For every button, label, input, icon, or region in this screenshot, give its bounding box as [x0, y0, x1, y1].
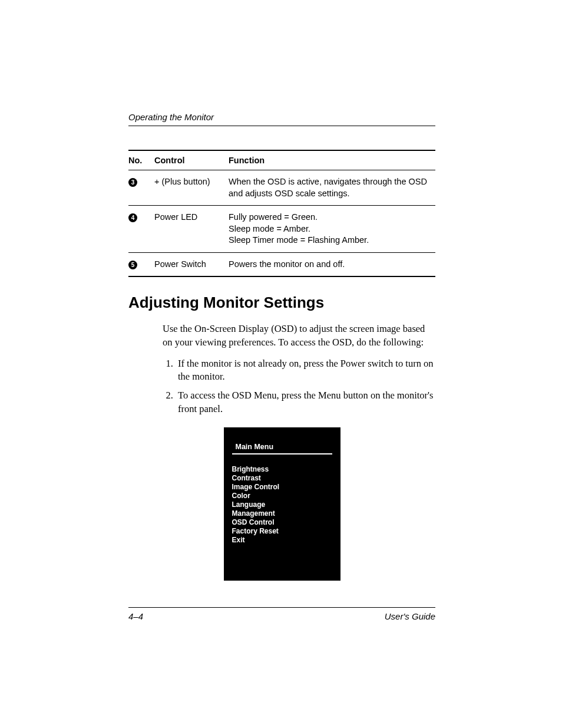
steps-list: If the monitor is not already on, press …	[176, 357, 435, 416]
osd-item: Exit	[232, 536, 332, 545]
osd-item: Language	[232, 500, 332, 509]
osd-screenshot: Main Menu Brightness Contrast Image Cont…	[224, 427, 340, 581]
osd-item: OSD Control	[232, 518, 332, 527]
step-item: If the monitor is not already on, press …	[176, 357, 435, 384]
table-row: 5 Power Switch Powers the monitor on and…	[128, 252, 435, 276]
page-content: Operating the Monitor No. Control Functi…	[0, 0, 562, 581]
row-number-icon: 5	[128, 261, 137, 269]
doc-title: User's Guide	[385, 611, 435, 621]
function-cell: Fully powered = Green. Sleep mode = Ambe…	[229, 206, 435, 253]
osd-item: Factory Reset	[232, 527, 332, 536]
col-header-control: Control	[154, 150, 229, 170]
osd-item: Brightness	[232, 465, 332, 474]
intro-paragraph: Use the On-Screen Display (OSD) to adjus…	[163, 322, 435, 349]
function-cell: Powers the monitor on and off.	[229, 252, 435, 276]
page-number: 4–4	[128, 611, 143, 621]
col-header-function: Function	[229, 150, 435, 170]
osd-item: Color	[232, 492, 332, 500]
osd-item: Image Control	[232, 483, 332, 492]
control-cell: Power Switch	[154, 252, 229, 276]
running-head: Operating the Monitor	[128, 112, 435, 126]
section-heading: Adjusting Monitor Settings	[128, 294, 435, 312]
page-footer: 4–4 User's Guide	[128, 607, 435, 621]
col-header-no: No.	[128, 150, 154, 170]
control-cell: + (Plus button)	[154, 170, 229, 206]
intro-text: Use the On-Screen Display (OSD) to adjus…	[163, 322, 435, 349]
osd-menu-items: Brightness Contrast Image Control Color …	[232, 465, 332, 545]
row-number-icon: 4	[128, 213, 137, 222]
table-row: 3 + (Plus button) When the OSD is active…	[128, 170, 435, 206]
function-cell: When the OSD is active, navigates throug…	[229, 170, 435, 206]
table-row: 4 Power LED Fully powered = Green. Sleep…	[128, 206, 435, 253]
osd-title: Main Menu	[232, 443, 332, 453]
step-item: To access the OSD Menu, press the Menu b…	[176, 389, 435, 416]
osd-item: Management	[232, 509, 332, 518]
row-number-icon: 3	[128, 178, 137, 187]
control-cell: Power LED	[154, 206, 229, 253]
osd-item: Contrast	[232, 474, 332, 483]
controls-table: No. Control Function 3 + (Plus button) W…	[128, 150, 435, 277]
osd-separator	[232, 453, 332, 454]
